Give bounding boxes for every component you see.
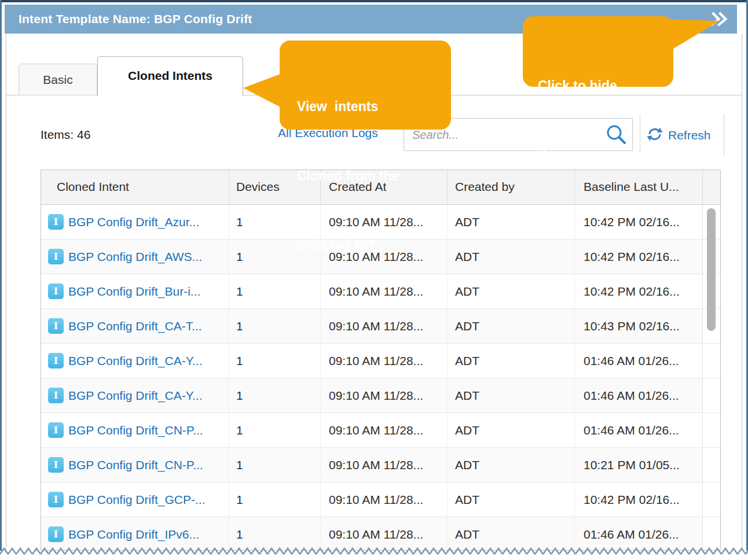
tab-callout: View intents Cloned from the selected NI… [280,40,451,130]
table-row: I BGP Config Drift_CA-Y... 1 09:10 AM 11… [41,378,720,413]
cloned-intent-cell: I BGP Config Drift_CN-P... [41,448,229,482]
cloned-intent-link[interactable]: BGP Config Drift_AWS... [68,249,202,264]
cloned-intent-cell: I BGP Config Drift_IPv6... [41,517,229,551]
cloned-intent-cell: I BGP Config Drift_CN-P... [41,413,229,447]
baseline-cell: 10:42 PM 02/16... [575,274,703,308]
intent-icon: I [48,388,64,403]
pane-left-border [6,34,6,551]
created-at-cell: 09:10 AM 11/28... [321,344,448,378]
hide-callout-line1: Click to hide [538,74,673,97]
tab-callout-line2: Cloned from the [297,164,451,187]
intent-icon: I [48,249,64,264]
toolbar-right-divider [724,113,724,155]
cloned-intent-link[interactable]: BGP Config Drift_CA-Y... [68,353,202,369]
baseline-cell: 01:46 AM 01/26... [575,517,703,551]
devices-cell: 1 [229,517,321,551]
tab-basic-label: Basic [43,73,72,86]
baseline-cell: 01:46 AM 01/26... [575,378,703,412]
column-header-cloned-intent[interactable]: Cloned Intent [41,170,229,204]
hide-callout-line2: the pane [538,143,673,167]
created-at-cell: 09:10 AM 11/28... [321,309,448,343]
scrollbar-track-cell [702,448,720,482]
intent-icon: I [48,457,64,473]
tab-callout-line1: View intents [297,95,451,118]
created-by-cell: ADT [448,274,575,308]
items-count: Items: 46 [41,128,90,142]
scrollbar-track-cell [702,378,720,412]
scrollbar-header-spacer [703,170,720,204]
created-by-cell: ADT [448,240,575,274]
created-at-cell: 09:10 AM 11/28... [321,378,448,412]
baseline-cell: 01:46 AM 01/26... [575,413,703,447]
intent-icon: I [48,353,64,369]
baseline-cell: 10:43 PM 02/16... [575,309,703,343]
cloned-intent-cell: I BGP Config Drift_CA-Y... [41,344,229,378]
cloned-intent-cell: I BGP Config Drift_CA-Y... [41,378,229,412]
table-row: I BGP Config Drift_IPv6... 1 09:10 AM 11… [41,517,720,551]
cloned-intent-cell: I BGP Config Drift_CA-T... [41,309,229,343]
tab-callout-pointer [240,68,281,110]
created-by-cell: ADT [448,378,575,412]
created-by-cell: ADT [448,517,575,551]
cloned-intent-link[interactable]: BGP Config Drift_IPv6... [68,526,199,542]
created-by-cell: ADT [448,413,575,447]
intent-icon: I [48,492,64,507]
cloned-intent-cell: I BGP Config Drift_Bur-i... [41,274,229,308]
cloned-intent-cell: I BGP Config Drift_Azur... [41,205,229,239]
devices-cell: 1 [229,413,321,447]
screenshot-border-top [0,0,748,2]
cloned-intent-cell: I BGP Config Drift_GCP-... [41,482,229,517]
scrollbar-track-cell [702,413,720,447]
tab-cloned-intents[interactable]: Cloned Intents [97,56,243,96]
cloned-intent-link[interactable]: BGP Config Drift_CN-P... [68,422,203,438]
tab-callout-line3: selected NIT [297,234,451,257]
table-row: I BGP Config Drift_CN-P... 1 09:10 AM 11… [41,413,720,448]
created-by-cell: ADT [448,344,575,378]
torn-edge [0,547,748,560]
tab-basic[interactable]: Basic [19,64,97,95]
scrollbar-track-cell [702,482,720,517]
cloned-intent-link[interactable]: BGP Config Drift_Bur-i... [68,283,200,299]
cloned-intent-link[interactable]: BGP Config Drift_CN-P... [68,457,203,473]
table-row: I BGP Config Drift_CA-T... 1 09:10 AM 11… [41,309,720,344]
vertical-scrollbar-thumb[interactable] [707,208,716,331]
created-by-cell: ADT [448,309,575,343]
scrollbar-track-cell [702,517,720,551]
hide-callout: Click to hide the pane [523,16,673,87]
intent-icon: I [48,283,64,299]
devices-cell: 1 [229,344,321,378]
devices-cell: 1 [229,482,321,517]
baseline-cell: 10:42 PM 02/16... [575,482,703,517]
baseline-cell: 01:46 AM 01/26... [575,344,703,378]
cloned-intent-link[interactable]: BGP Config Drift_CA-T... [68,318,202,334]
devices-cell: 1 [229,309,321,343]
refresh-label: Refresh [668,128,711,142]
intent-icon: I [48,526,64,542]
table-row: I BGP Config Drift_CN-P... 1 09:10 AM 11… [41,448,720,482]
intent-icon: I [48,422,64,438]
created-by-cell: ADT [448,448,575,482]
pane-right-border [742,34,742,551]
tab-cloned-intents-label: Cloned Intents [128,69,212,82]
cloned-intent-link[interactable]: BGP Config Drift_CA-Y... [68,388,202,403]
scrollbar-track-cell [702,344,720,378]
devices-cell: 1 [229,378,321,412]
created-at-cell: 09:10 AM 11/28... [321,517,448,551]
cloned-intent-cell: I BGP Config Drift_AWS... [41,240,229,274]
pane-title: Intent Template Name: BGP Config Drift [19,5,252,34]
table-row: I BGP Config Drift_CA-Y... 1 09:10 AM 11… [41,344,720,378]
cloned-intent-link[interactable]: BGP Config Drift_GCP-... [68,492,206,507]
intent-icon: I [48,318,64,334]
intent-template-pane: Intent Template Name: BGP Config Drift B… [0,0,748,560]
cloned-intent-link[interactable]: BGP Config Drift_Azur... [68,214,199,230]
created-at-cell: 09:10 AM 11/28... [321,482,448,517]
created-at-cell: 09:10 AM 11/28... [321,448,448,482]
created-by-cell: ADT [448,482,575,517]
baseline-cell: 10:42 PM 02/16... [575,240,703,274]
intent-icon: I [48,214,64,230]
baseline-cell: 10:21 PM 01/05... [575,448,703,482]
created-at-cell: 09:10 AM 11/28... [321,413,448,447]
table-row: I BGP Config Drift_GCP-... 1 09:10 AM 11… [41,482,720,517]
screenshot-border-left [0,0,2,551]
devices-cell: 1 [229,448,321,482]
